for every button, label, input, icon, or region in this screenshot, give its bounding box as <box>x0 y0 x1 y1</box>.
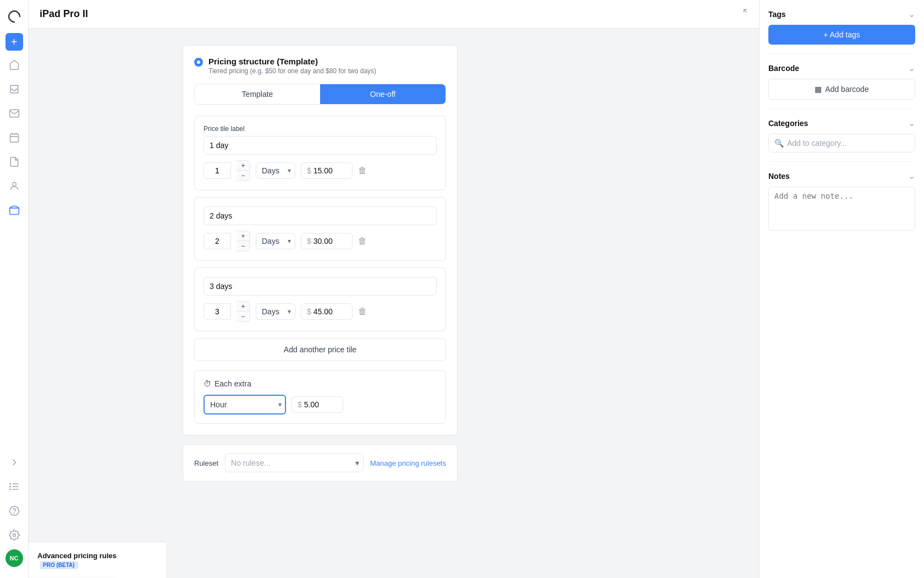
svg-point-7 <box>9 483 10 484</box>
svg-point-11 <box>14 513 14 514</box>
collapse-icon[interactable] <box>738 8 748 20</box>
decrement-1[interactable]: − <box>237 171 250 181</box>
barcode-chevron-icon: ⌄ <box>908 63 915 73</box>
ruleset-select[interactable]: No rulese... <box>225 454 364 472</box>
dollar-sign-3: $ <box>307 307 311 316</box>
sidebar-item-mail[interactable] <box>4 103 24 123</box>
notes-textarea[interactable] <box>768 187 915 231</box>
stepper-3: + − <box>237 301 250 322</box>
sidebar-item-settings[interactable] <box>4 525 24 545</box>
decrement-3[interactable]: − <box>237 312 250 321</box>
sidebar-bottom: NC <box>4 477 24 571</box>
extra-unit-select[interactable]: Hour Day Week Month Year <box>204 395 286 415</box>
svg-point-8 <box>9 486 10 487</box>
extra-dollar-sign: $ <box>298 400 302 409</box>
notes-title: Notes <box>768 172 790 181</box>
topbar: iPad Pro II <box>29 0 759 29</box>
dollar-sign-1: $ <box>307 166 311 175</box>
each-extra-label: Each extra <box>215 379 251 388</box>
decrement-2[interactable]: − <box>237 241 250 251</box>
pricing-radio[interactable] <box>194 58 203 67</box>
price-input-1[interactable] <box>314 166 346 175</box>
price-tile-controls-2: + − Days $ 🗑 <box>204 231 437 252</box>
delete-tile-2[interactable]: 🗑 <box>358 236 367 246</box>
pricing-subtitle: Tiered pricing (e.g. $50 for one day and… <box>208 67 376 75</box>
unit-select-2[interactable]: Days <box>256 233 295 249</box>
quantity-input-2[interactable] <box>204 233 231 249</box>
barcode-section: Barcode ⌄ ▦ Add barcode <box>768 63 915 109</box>
sidebar-item-help[interactable] <box>4 501 24 521</box>
price-wrapper-3: $ <box>301 303 353 320</box>
sidebar-item-users[interactable] <box>4 176 24 196</box>
price-tile-1: Price tile label + − Days $ <box>194 116 446 190</box>
pro-badge: PRO (BETA) <box>40 561 78 569</box>
delete-tile-1[interactable]: 🗑 <box>358 166 367 176</box>
sidebar-item-calendar[interactable] <box>4 128 24 148</box>
barcode-icon: ▦ <box>815 85 822 94</box>
unit-select-1[interactable]: Days <box>256 162 295 179</box>
manage-pricing-link[interactable]: Manage pricing rulesets <box>370 459 446 467</box>
add-barcode-label: Add barcode <box>825 85 868 94</box>
pricing-header: Pricing structure (Template) Tiered pric… <box>194 57 446 75</box>
tab-oneoff[interactable]: One-off <box>320 84 446 104</box>
extra-price-wrapper: $ <box>292 396 343 413</box>
categories-section: Categories ⌄ 🔍 Add to category... <box>768 118 915 162</box>
barcode-header[interactable]: Barcode ⌄ <box>768 63 915 73</box>
extra-price-input[interactable] <box>304 400 337 409</box>
add-button[interactable]: + <box>6 33 23 51</box>
add-tags-button[interactable]: + Add tags <box>768 25 915 45</box>
increment-3[interactable]: + <box>237 302 250 312</box>
increment-2[interactable]: + <box>237 231 250 241</box>
sidebar-item-document[interactable] <box>4 152 24 172</box>
dollar-sign-2: $ <box>307 237 311 246</box>
add-barcode-button[interactable]: ▦ Add barcode <box>768 79 915 100</box>
right-panel: Tags ⌄ + Add tags Barcode ⌄ ▦ Add barcod… <box>759 0 924 578</box>
price-tile-label-input-1[interactable] <box>204 136 437 155</box>
sidebar-item-home[interactable] <box>4 55 24 75</box>
advanced-title: Advanced pricing rules <box>37 552 117 560</box>
unit-select-3[interactable]: Days <box>256 303 295 320</box>
add-tile-button[interactable]: Add another price tile <box>194 338 446 361</box>
tags-title: Tags <box>768 10 786 19</box>
clock-icon: ⏱ <box>204 379 211 388</box>
svg-point-2 <box>12 182 16 186</box>
quantity-input-1[interactable] <box>204 162 231 179</box>
stepper-1: + − <box>237 160 250 181</box>
category-input[interactable]: 🔍 Add to category... <box>768 134 915 152</box>
ruleset-section: Ruleset No rulese... Manage pricing rule… <box>183 444 458 482</box>
price-tile-2: + − Days $ 🗑 <box>194 197 446 261</box>
categories-header[interactable]: Categories ⌄ <box>768 118 915 128</box>
price-tile-controls-1: + − Days $ 🗑 <box>204 160 437 181</box>
sidebar-item-list[interactable] <box>4 477 24 497</box>
price-tile-controls-3: + − Days $ 🗑 <box>204 301 437 322</box>
unit-select-wrapper-3: Days <box>256 303 295 320</box>
extra-unit-select-wrapper: Hour Day Week Month Year <box>204 395 286 415</box>
svg-point-9 <box>9 489 10 490</box>
avatar[interactable]: NC <box>6 549 23 567</box>
tags-section: Tags ⌄ + Add tags <box>768 9 915 54</box>
notes-section: Notes ⌄ <box>768 171 915 241</box>
svg-point-12 <box>13 534 15 537</box>
price-tile-label-input-3[interactable] <box>204 277 437 296</box>
search-icon: 🔍 <box>774 139 784 148</box>
price-input-3[interactable] <box>314 307 346 316</box>
price-input-2[interactable] <box>314 237 346 246</box>
sidebar-item-expand[interactable] <box>4 452 24 472</box>
delete-tile-3[interactable]: 🗑 <box>358 307 367 317</box>
svg-rect-3 <box>9 208 19 215</box>
quantity-input-3[interactable] <box>204 303 231 320</box>
tab-template[interactable]: Template <box>195 84 320 104</box>
tags-header[interactable]: Tags ⌄ <box>768 9 915 19</box>
increment-1[interactable]: + <box>237 161 250 171</box>
pricing-section: Pricing structure (Template) Tiered pric… <box>183 45 458 435</box>
categories-chevron-icon: ⌄ <box>908 118 915 128</box>
sidebar-item-inbox[interactable] <box>4 79 24 99</box>
pricing-tabs: Template One-off <box>194 84 446 105</box>
sidebar-item-box[interactable] <box>4 200 24 220</box>
barcode-title: Barcode <box>768 64 799 73</box>
stepper-2: + − <box>237 231 250 252</box>
tags-chevron-icon: ⌄ <box>908 9 915 19</box>
notes-header[interactable]: Notes ⌄ <box>768 171 915 181</box>
price-tile-label-input-2[interactable] <box>204 206 437 225</box>
ruleset-select-wrapper: No rulese... <box>225 454 364 472</box>
